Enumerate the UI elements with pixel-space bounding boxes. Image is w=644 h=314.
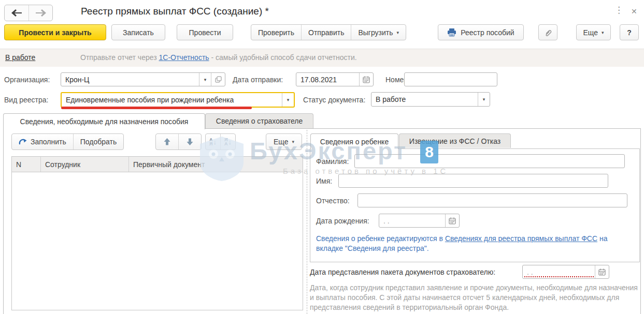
help-button[interactable]: ? [620, 24, 639, 40]
move-down-button[interactable] [178, 134, 201, 149]
tab-fss-notice[interactable]: Извещение из ФСС / Отказ [399, 133, 511, 148]
benefits-registry-label: Реестр пособий [461, 28, 514, 37]
status-message-suffix: - самый удобный способ сдачи отчетности. [209, 53, 357, 62]
close-icon[interactable]: ✕ [631, 6, 637, 17]
registry-type-combobox[interactable]: Единовременные пособия при рождении ребе… [61, 92, 295, 108]
export-button-label: Выгрузить [358, 28, 393, 37]
calendar-icon-glyph [449, 217, 456, 225]
forward-button[interactable] [28, 5, 52, 21]
employees-table[interactable]: N Сотрудник Первичный документ [11, 156, 303, 310]
export-button[interactable]: Выгрузить ▾ [351, 25, 406, 40]
sort-ascending-button[interactable]: АЯ ↓ [206, 134, 220, 149]
calendar-icon[interactable] [595, 265, 609, 278]
number-input[interactable] [404, 72, 497, 86]
sort-group: АЯ ↓ ЯА ↓ [205, 133, 236, 150]
send-date-value: 17.08.2021 [296, 73, 359, 86]
tab-benefit-info[interactable]: Сведения, необходимые для назначения пос… [3, 113, 205, 129]
employees-more-label: Еще [274, 138, 289, 146]
first-name-label: Имя: [316, 177, 332, 185]
more-button[interactable]: Еще ▾ [576, 24, 611, 40]
send-date-label: Дата отправки: [233, 76, 283, 84]
organization-label: Организация: [4, 76, 50, 84]
benefits-registry-button[interactable]: Реестр пособий [438, 24, 524, 40]
column-header-n[interactable]: N [12, 157, 41, 172]
registry-info-link[interactable]: Сведениях для реестра прямых выплат ФСС [445, 234, 597, 243]
employees-more-button[interactable]: Еще ▾ [266, 133, 302, 150]
sort-az-icon: АЯ [209, 138, 213, 146]
required-field-marker [524, 276, 594, 277]
registry-type-label: Вид реестра: [4, 96, 48, 104]
registry-type-value: Единовременные пособия при рождении ребе… [62, 93, 282, 107]
doc-status-combobox[interactable]: В работе ▾ [371, 92, 490, 107]
fill-button[interactable]: Заполнить [12, 134, 73, 149]
middle-name-label: Отчество: [316, 197, 350, 205]
sort-down-arrow-icon: ↓ [213, 138, 217, 146]
status-message-prefix: Отправьте отчет через [80, 53, 159, 62]
hint-prefix: Сведения о ребенке редактируются в [316, 234, 445, 243]
first-name-input[interactable] [338, 174, 608, 188]
organization-combobox[interactable]: Крон-Ц ▾ [61, 72, 225, 86]
open-icon[interactable] [211, 73, 225, 86]
child-info-hint: Сведения о ребенке редактируются в Сведе… [316, 234, 619, 253]
fill-button-label: Заполнить [31, 138, 66, 146]
check-button[interactable]: Проверить [251, 25, 301, 40]
tab-insurer-info[interactable]: Сведения о страхователе [205, 113, 313, 128]
chevron-down-icon[interactable]: ▾ [199, 73, 211, 86]
check-send-export-group: Проверить Отправить Выгрузить ▾ [251, 24, 406, 40]
chevron-down-icon[interactable]: ▾ [478, 93, 490, 106]
calendar-icon[interactable] [445, 214, 459, 227]
save-button[interactable]: Записать [111, 24, 165, 40]
calendar-icon-glyph [598, 268, 606, 276]
doc-status-value: В работе [371, 93, 478, 106]
right-arrow-icon [36, 9, 46, 17]
down-arrow-icon [187, 138, 193, 145]
sort-descending-button[interactable]: ЯА ↓ [220, 134, 235, 149]
chevron-down-icon: ▾ [292, 139, 294, 144]
back-button[interactable] [5, 5, 28, 21]
middle-name-input[interactable] [357, 193, 627, 207]
status-message: Отправьте отчет через 1С-Отчетность - са… [80, 53, 357, 62]
chevron-down-icon: ▾ [397, 30, 399, 35]
app-window: Реестр прямых выплат ФСС (создание) * ⋮ … [0, 0, 644, 314]
calendar-icon[interactable] [359, 73, 373, 86]
send-button[interactable]: Отправить [301, 25, 351, 40]
1c-reporting-link[interactable]: 1С-Отчетность [159, 53, 209, 62]
status-link[interactable]: В работе [5, 53, 35, 62]
fill-arrow-icon [19, 138, 27, 145]
left-arrow-icon [11, 9, 22, 17]
status-bar: В работе Отправьте отчет через 1С-Отчетн… [0, 49, 644, 67]
printer-icon [447, 28, 456, 37]
organization-value: Крон-Ц [61, 73, 199, 86]
employees-table-body[interactable] [12, 172, 303, 310]
move-up-button[interactable] [156, 134, 178, 149]
calendar-icon-glyph [363, 76, 370, 83]
panel-splitter[interactable] [307, 130, 307, 314]
page-title: Реестр прямых выплат ФСС (создание) * [81, 6, 269, 17]
red-underline-annotation [61, 107, 252, 109]
birth-date-label: Дата рождения: [316, 217, 369, 225]
post-and-close-button[interactable]: Провести и закрыть [4, 24, 106, 40]
column-header-employee[interactable]: Сотрудник [41, 157, 129, 172]
package-date-field[interactable]: . . [522, 265, 609, 279]
last-name-label: Фамилия: [316, 157, 349, 166]
birth-date-placeholder: . . [379, 214, 445, 227]
last-name-input[interactable] [354, 154, 625, 168]
chevron-down-icon[interactable]: ▾ [282, 93, 294, 107]
chevron-down-icon: ▾ [602, 30, 604, 35]
birth-date-field[interactable]: . . [379, 214, 460, 228]
attachments-button[interactable] [538, 24, 557, 40]
pick-button[interactable]: Подобрать [73, 134, 124, 149]
send-date-field[interactable]: 17.08.2021 [296, 72, 374, 86]
up-arrow-icon [164, 138, 170, 145]
package-date-label: Дата представления пакета документов стр… [310, 268, 495, 276]
column-header-primary-doc[interactable]: Первичный документ [129, 157, 303, 172]
doc-status-label: Статус документа: [303, 96, 365, 104]
nav-buttons [4, 5, 53, 21]
sort-down-arrow-icon: ↓ [228, 138, 232, 146]
post-button[interactable]: Провести [177, 24, 233, 40]
more-button-label: Еще [583, 28, 598, 37]
kebab-menu-icon[interactable]: ⋮ [614, 5, 623, 16]
fill-pick-group: Заполнить Подобрать [11, 133, 124, 150]
paperclip-icon [544, 28, 552, 37]
tab-child-info[interactable]: Сведения о ребенке [310, 133, 398, 149]
